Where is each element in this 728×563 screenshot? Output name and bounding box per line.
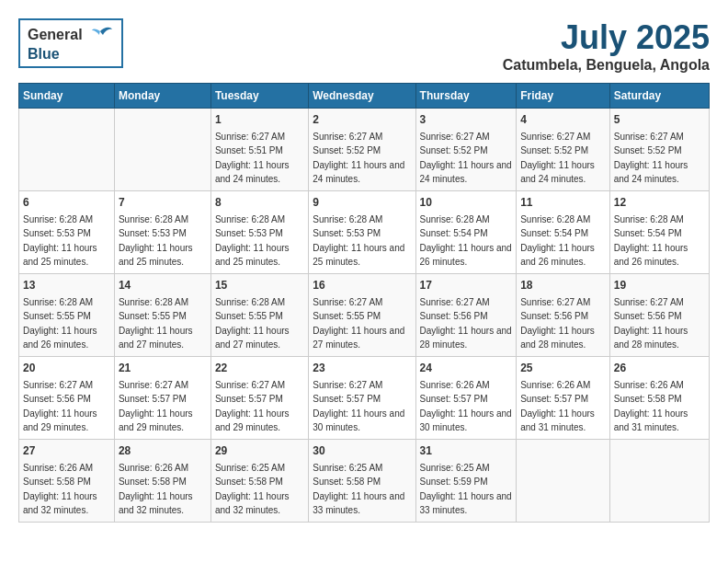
sunrise-info: Sunrise: 6:27 AM: [614, 132, 684, 142]
sunset-info: Sunset: 5:53 PM: [119, 228, 187, 238]
sunset-info: Sunset: 5:58 PM: [313, 477, 381, 487]
daylight-info: Daylight: 11 hours and 33 minutes.: [420, 491, 512, 515]
calendar-cell: 14Sunrise: 6:28 AMSunset: 5:55 PMDayligh…: [114, 274, 210, 357]
daylight-info: Daylight: 11 hours and 30 minutes.: [313, 408, 404, 432]
calendar-cell: 12Sunrise: 6:28 AMSunset: 5:54 PMDayligh…: [609, 191, 709, 274]
calendar-cell: 1Sunrise: 6:27 AMSunset: 5:51 PMDaylight…: [210, 109, 308, 191]
calendar-week-4: 20Sunrise: 6:27 AMSunset: 5:56 PMDayligh…: [19, 357, 710, 440]
day-number: 12: [614, 195, 705, 211]
sunset-info: Sunset: 5:52 PM: [313, 145, 381, 155]
calendar-cell: 22Sunrise: 6:27 AMSunset: 5:57 PMDayligh…: [210, 357, 308, 440]
daylight-info: Daylight: 11 hours and 27 minutes.: [215, 326, 290, 350]
day-number: 19: [614, 278, 705, 293]
logo: General Blue: [18, 18, 123, 68]
sunset-info: Sunset: 5:59 PM: [420, 477, 488, 487]
calendar-cell: 27Sunrise: 6:26 AMSunset: 5:58 PMDayligh…: [19, 440, 115, 523]
calendar-cell: 8Sunrise: 6:28 AMSunset: 5:53 PMDaylight…: [210, 191, 308, 274]
sunset-info: Sunset: 5:58 PM: [215, 477, 283, 487]
daylight-info: Daylight: 11 hours and 26 minutes.: [420, 243, 512, 267]
daylight-info: Daylight: 11 hours and 29 minutes.: [215, 408, 290, 432]
daylight-info: Daylight: 11 hours and 24 minutes.: [420, 160, 512, 184]
calendar-cell: 3Sunrise: 6:27 AMSunset: 5:52 PMDaylight…: [415, 109, 517, 191]
day-number: 11: [520, 195, 606, 211]
logo-blue: Blue: [28, 46, 114, 63]
calendar-cell: 18Sunrise: 6:27 AMSunset: 5:56 PMDayligh…: [517, 274, 610, 357]
calendar-week-3: 13Sunrise: 6:28 AMSunset: 5:55 PMDayligh…: [19, 274, 710, 357]
sunset-info: Sunset: 5:57 PM: [313, 394, 381, 404]
header-monday: Monday: [114, 84, 210, 109]
day-number: 1: [215, 112, 304, 128]
day-number: 31: [420, 443, 513, 459]
sunrise-info: Sunrise: 6:27 AM: [614, 297, 684, 307]
sunrise-info: Sunrise: 6:25 AM: [215, 463, 285, 473]
daylight-info: Daylight: 11 hours and 26 minutes.: [614, 243, 688, 267]
day-number: 22: [215, 361, 304, 376]
sunrise-info: Sunrise: 6:27 AM: [313, 132, 382, 142]
calendar-cell: 30Sunrise: 6:25 AMSunset: 5:58 PMDayligh…: [309, 440, 415, 523]
location-title: Catumbela, Benguela, Angola: [503, 57, 710, 74]
sunset-info: Sunset: 5:52 PM: [520, 145, 588, 155]
logo-general: General: [28, 27, 83, 43]
daylight-info: Daylight: 11 hours and 25 minutes.: [313, 243, 404, 267]
day-number: 27: [23, 443, 110, 459]
calendar-cell: 15Sunrise: 6:28 AMSunset: 5:55 PMDayligh…: [210, 274, 308, 357]
sunrise-info: Sunrise: 6:26 AM: [614, 380, 684, 390]
sunset-info: Sunset: 5:53 PM: [313, 228, 381, 238]
sunrise-info: Sunrise: 6:26 AM: [119, 463, 188, 473]
daylight-info: Daylight: 11 hours and 32 minutes.: [119, 491, 193, 515]
sunset-info: Sunset: 5:54 PM: [520, 228, 588, 238]
sunrise-info: Sunrise: 6:27 AM: [23, 380, 93, 390]
daylight-info: Daylight: 11 hours and 28 minutes.: [520, 326, 595, 350]
sunrise-info: Sunrise: 6:27 AM: [420, 132, 490, 142]
header-wednesday: Wednesday: [309, 84, 415, 109]
calendar-cell: 17Sunrise: 6:27 AMSunset: 5:56 PMDayligh…: [415, 274, 517, 357]
sunrise-info: Sunrise: 6:28 AM: [215, 297, 285, 307]
calendar-cell: [19, 109, 115, 191]
daylight-info: Daylight: 11 hours and 30 minutes.: [420, 408, 512, 432]
header-row: Sunday Monday Tuesday Wednesday Thursday…: [19, 84, 710, 109]
daylight-info: Daylight: 11 hours and 27 minutes.: [119, 326, 193, 350]
day-number: 8: [215, 195, 304, 211]
day-number: 2: [313, 112, 411, 128]
sunrise-info: Sunrise: 6:27 AM: [313, 380, 382, 390]
sunset-info: Sunset: 5:56 PM: [520, 311, 588, 321]
calendar-cell: 5Sunrise: 6:27 AMSunset: 5:52 PMDaylight…: [609, 109, 709, 191]
day-number: 23: [313, 361, 411, 376]
sunrise-info: Sunrise: 6:28 AM: [420, 214, 490, 224]
daylight-info: Daylight: 11 hours and 26 minutes.: [23, 326, 97, 350]
sunrise-info: Sunrise: 6:27 AM: [215, 132, 285, 142]
calendar-cell: 31Sunrise: 6:25 AMSunset: 5:59 PMDayligh…: [415, 440, 517, 523]
daylight-info: Daylight: 11 hours and 28 minutes.: [614, 326, 688, 350]
day-number: 4: [520, 112, 606, 128]
calendar-cell: [517, 440, 610, 523]
sunset-info: Sunset: 5:57 PM: [119, 394, 187, 404]
sunset-info: Sunset: 5:56 PM: [420, 311, 488, 321]
sunset-info: Sunset: 5:57 PM: [520, 394, 588, 404]
sunset-info: Sunset: 5:51 PM: [215, 145, 283, 155]
logo-bird-icon: [86, 24, 114, 46]
day-number: 20: [23, 361, 110, 376]
day-number: 10: [420, 195, 513, 211]
sunrise-info: Sunrise: 6:27 AM: [313, 297, 382, 307]
day-number: 21: [119, 361, 207, 376]
sunrise-info: Sunrise: 6:25 AM: [313, 463, 382, 473]
calendar-cell: 23Sunrise: 6:27 AMSunset: 5:57 PMDayligh…: [309, 357, 415, 440]
day-number: 25: [520, 361, 606, 376]
daylight-info: Daylight: 11 hours and 28 minutes.: [420, 326, 512, 350]
day-number: 16: [313, 278, 411, 293]
calendar-cell: 16Sunrise: 6:27 AMSunset: 5:55 PMDayligh…: [309, 274, 415, 357]
daylight-info: Daylight: 11 hours and 32 minutes.: [215, 491, 290, 515]
day-number: 14: [119, 278, 207, 293]
sunset-info: Sunset: 5:55 PM: [215, 311, 283, 321]
sunrise-info: Sunrise: 6:28 AM: [119, 297, 188, 307]
sunset-info: Sunset: 5:54 PM: [420, 228, 488, 238]
daylight-info: Daylight: 11 hours and 25 minutes.: [23, 243, 97, 267]
sunset-info: Sunset: 5:58 PM: [23, 477, 91, 487]
day-number: 18: [520, 278, 606, 293]
daylight-info: Daylight: 11 hours and 25 minutes.: [215, 243, 290, 267]
day-number: 5: [614, 112, 705, 128]
calendar-cell: 9Sunrise: 6:28 AMSunset: 5:53 PMDaylight…: [309, 191, 415, 274]
calendar-cell: 28Sunrise: 6:26 AMSunset: 5:58 PMDayligh…: [114, 440, 210, 523]
calendar-cell: 29Sunrise: 6:25 AMSunset: 5:58 PMDayligh…: [210, 440, 308, 523]
month-title: July 2025: [503, 18, 710, 57]
